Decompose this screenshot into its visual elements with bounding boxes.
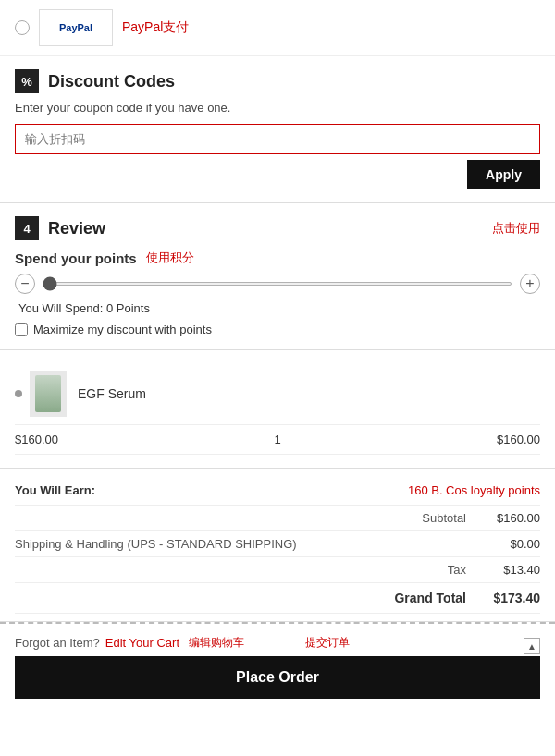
item-name: EGF Serum: [78, 386, 146, 401]
subtotal-row: Subtotal $160.00: [15, 506, 540, 531]
footer-section: Forgot an Item? Edit Your Cart 编辑购物车 提交订…: [0, 622, 555, 710]
page-container: PayPal PayPal支付 % Discount Codes Enter y…: [0, 0, 555, 710]
grand-total-label: Grand Total: [15, 591, 466, 605]
item-status-dot: [15, 390, 22, 397]
loyalty-row: You Will Earn: 160 B. Cos loyalty points: [15, 476, 540, 506]
review-title: Review: [48, 219, 105, 238]
paypal-radio[interactable]: [15, 20, 30, 35]
discount-section: % Discount Codes Enter your coupon code …: [0, 56, 555, 203]
item-subtotal: $160.00: [330, 433, 540, 446]
you-will-spend: You Will Spend: 0 Points: [18, 301, 540, 315]
shipping-label: Shipping & Handling (UPS - STANDARD SHIP…: [15, 537, 466, 551]
apply-btn-row: Apply: [15, 160, 540, 189]
item-qty: 1: [225, 433, 330, 446]
footer-wrapper: Forgot an Item? Edit Your Cart 编辑购物车 提交订…: [0, 622, 555, 710]
tax-value: $13.40: [466, 563, 540, 577]
discount-header: % Discount Codes: [15, 69, 540, 93]
item-image: [30, 371, 67, 417]
edit-cart-cn: 编辑购物车: [189, 635, 244, 651]
spend-points-sub: 使用积分: [146, 250, 194, 266]
coupon-input-row: [15, 124, 540, 154]
scroll-up-button[interactable]: ▲: [524, 638, 540, 654]
place-order-cn: 提交订单: [305, 635, 350, 651]
discount-title: Discount Codes: [48, 72, 175, 91]
order-item-row: EGF Serum: [15, 363, 540, 425]
forgot-text: Forgot an Item?: [15, 636, 100, 650]
maximize-label: Maximize my discount with points: [33, 323, 212, 336]
slider-plus-button[interactable]: +: [520, 274, 540, 294]
place-order-button[interactable]: Place Order: [15, 656, 540, 699]
edit-cart-link[interactable]: Edit Your Cart: [105, 636, 179, 650]
spend-points-text: Spend your points: [15, 250, 137, 266]
slider-minus-button[interactable]: −: [15, 274, 35, 294]
item-image-inner: [35, 375, 61, 412]
points-slider[interactable]: [43, 282, 512, 286]
order-items-section: EGF Serum $160.00 1 $160.00: [0, 350, 555, 469]
paypal-logo-text: PayPal: [59, 22, 92, 33]
use-points-link[interactable]: 点击使用: [492, 220, 540, 237]
discount-subtitle: Enter your coupon code if you have one.: [15, 101, 540, 115]
maximize-checkbox[interactable]: [15, 323, 28, 336]
discount-badge: %: [15, 69, 39, 93]
slider-row: − +: [15, 274, 540, 294]
subtotal-label: Subtotal: [15, 511, 466, 525]
grand-total-value: $173.40: [466, 591, 540, 605]
paypal-label: PayPal支付: [122, 19, 189, 36]
review-badge: 4: [15, 216, 39, 240]
coupon-input[interactable]: [15, 124, 540, 154]
subtotal-value: $160.00: [466, 511, 540, 525]
item-details-row: $160.00 1 $160.00: [15, 425, 540, 455]
spend-points-label: Spend your points 使用积分: [15, 250, 540, 266]
review-header-left: 4 Review: [15, 216, 105, 240]
totals-section: You Will Earn: 160 B. Cos loyalty points…: [0, 469, 555, 622]
review-section: 4 Review 点击使用 Spend your points 使用积分 − +…: [0, 203, 555, 350]
loyalty-label: You Will Earn:: [15, 483, 95, 497]
tax-row: Tax $13.40: [15, 557, 540, 583]
review-header: 4 Review 点击使用: [15, 216, 540, 240]
paypal-section: PayPal PayPal支付: [0, 0, 555, 56]
maximize-row: Maximize my discount with points: [15, 323, 540, 336]
apply-button[interactable]: Apply: [467, 160, 540, 189]
grand-total-row: Grand Total $173.40: [15, 583, 540, 614]
forgot-row: Forgot an Item? Edit Your Cart 编辑购物车 提交订…: [15, 635, 540, 651]
tax-label: Tax: [15, 563, 466, 577]
item-price: $160.00: [15, 433, 225, 446]
shipping-value: $0.00: [466, 537, 540, 551]
shipping-row: Shipping & Handling (UPS - STANDARD SHIP…: [15, 531, 540, 557]
paypal-logo: PayPal: [39, 9, 113, 46]
loyalty-value: 160 B. Cos loyalty points: [408, 483, 540, 497]
